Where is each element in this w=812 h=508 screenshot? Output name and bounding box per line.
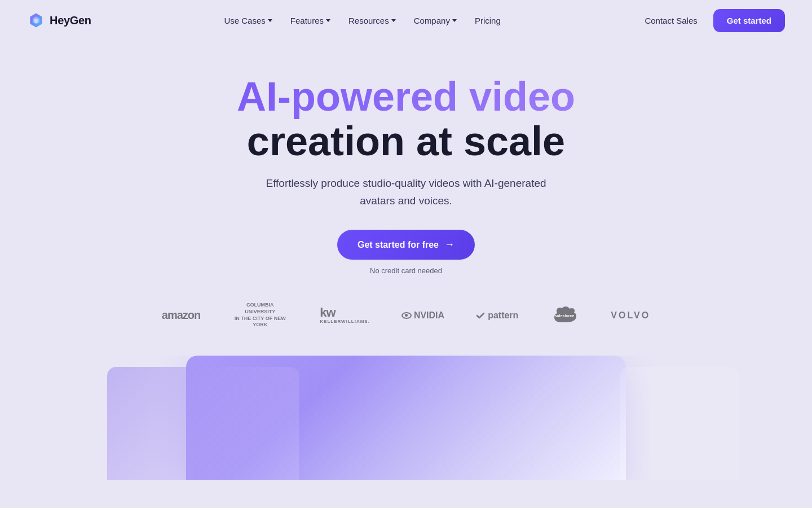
logos-section: amazon COLUMBIA UNIVERSITYIN THE CITY OF… (0, 275, 812, 329)
side-panel-left (107, 367, 299, 480)
hero-subtitle: Effortlessly produce studio-quality vide… (259, 175, 553, 209)
chevron-down-icon (326, 19, 330, 22)
logo-pattern: pattern (476, 310, 518, 321)
pricing-link[interactable]: Pricing (467, 11, 509, 30)
company-button[interactable]: Company (406, 11, 465, 30)
brand-logo[interactable]: HeyGen (27, 11, 91, 29)
chevron-down-icon (391, 19, 396, 22)
hero-cta-wrapper: Get started for free → No credit card ne… (337, 230, 475, 275)
main-nav: HeyGen Use Cases Features Resources Comp… (0, 0, 812, 41)
resources-button[interactable]: Resources (341, 11, 404, 30)
nav-item-use-cases: Use Cases (216, 11, 280, 30)
logo-salesforce: salesforce (550, 305, 579, 326)
nav-links: Use Cases Features Resources Company (216, 11, 508, 30)
nav-item-resources: Resources (341, 11, 404, 30)
side-panel-right (620, 367, 739, 480)
logo-kellerwilliams: kw KELLERWILLIAMS. (320, 306, 370, 324)
nav-item-features: Features (283, 11, 338, 30)
features-button[interactable]: Features (283, 11, 338, 30)
get-started-nav-button[interactable]: Get started (713, 9, 785, 32)
nav-right: Contact Sales Get started (633, 9, 785, 32)
nav-item-pricing: Pricing (467, 11, 509, 30)
contact-sales-button[interactable]: Contact Sales (633, 10, 708, 31)
hero-title-line2: creation at scale (247, 119, 565, 164)
video-preview-section (0, 356, 812, 480)
heygen-logo-icon (27, 11, 45, 29)
hero-cta-button[interactable]: Get started for free → (337, 230, 475, 260)
chevron-down-icon (452, 19, 457, 22)
check-icon (476, 311, 485, 320)
svg-text:salesforce: salesforce (555, 314, 575, 318)
logo-volvo: VOLVO (611, 310, 650, 321)
hero-section: AI-powered video creation at scale Effor… (0, 41, 812, 275)
nvidia-eye-icon (401, 312, 412, 319)
brand-name: HeyGen (50, 14, 91, 27)
nav-item-company: Company (406, 11, 465, 30)
hero-title-line1: AI-powered video (237, 74, 575, 119)
arrow-icon: → (444, 239, 454, 251)
hero-cta-label: Get started for free (358, 240, 439, 250)
logo-nvidia: NVIDIA (401, 310, 444, 321)
salesforce-cloud-icon: salesforce (550, 305, 579, 326)
logo-amazon: amazon (162, 309, 200, 322)
chevron-down-icon (268, 19, 272, 22)
logo-columbia: COLUMBIA UNIVERSITYIN THE CITY OF NEW YO… (232, 302, 288, 329)
hero-title: AI-powered video creation at scale (237, 75, 575, 164)
no-credit-text: No credit card needed (370, 266, 442, 275)
use-cases-button[interactable]: Use Cases (216, 11, 280, 30)
